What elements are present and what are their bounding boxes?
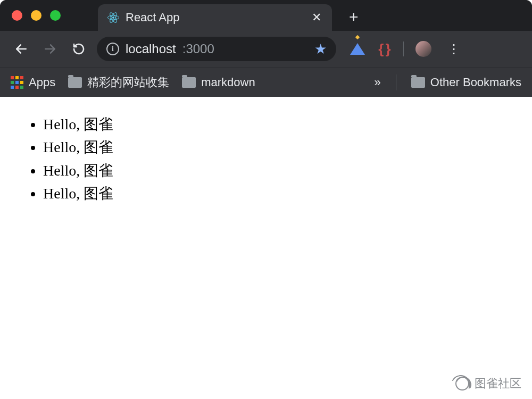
- close-window-icon[interactable]: [12, 10, 22, 21]
- close-tab-icon[interactable]: ✕: [309, 10, 325, 26]
- wechat-icon: [455, 377, 469, 390]
- watermark: 图雀社区: [455, 376, 521, 392]
- address-bar[interactable]: i localhost:3000 ★: [97, 37, 336, 61]
- folder-icon: [411, 77, 425, 88]
- url-port: :3000: [182, 41, 214, 56]
- back-button[interactable]: [11, 38, 32, 60]
- apps-grid-icon: [11, 76, 23, 89]
- page-content: Hello, 图雀 Hello, 图雀 Hello, 图雀 Hello, 图雀: [0, 97, 532, 221]
- extension-graduation-icon[interactable]: [350, 41, 365, 56]
- browser-chrome: React App ✕ + i localhost:3000 ★ { } ⋮: [0, 0, 532, 97]
- folder-icon: [182, 77, 196, 88]
- hello-list: Hello, 图雀 Hello, 图雀 Hello, 图雀 Hello, 图雀: [24, 113, 508, 205]
- list-item: Hello, 图雀: [43, 182, 508, 205]
- bookmark-label: 精彩的网站收集: [87, 74, 169, 90]
- title-bar: React App ✕ +: [0, 0, 532, 31]
- reload-button[interactable]: [68, 38, 89, 60]
- extension-icons: { } ⋮: [350, 41, 464, 57]
- window-controls: [12, 10, 61, 21]
- bookmark-star-icon[interactable]: ★: [314, 41, 327, 57]
- browser-tab[interactable]: React App ✕: [98, 4, 332, 31]
- separator: [403, 41, 404, 56]
- bookmark-label: markdown: [201, 76, 255, 89]
- bookmarks-overflow-button[interactable]: »: [375, 76, 381, 89]
- apps-label: Apps: [29, 76, 55, 89]
- watermark-text: 图雀社区: [475, 376, 521, 392]
- tab-title: React App: [126, 11, 302, 24]
- svg-point-0: [112, 16, 114, 19]
- folder-icon: [68, 77, 82, 88]
- other-bookmarks-label: Other Bookmarks: [430, 76, 521, 89]
- list-item: Hello, 图雀: [43, 159, 508, 182]
- forward-button[interactable]: [39, 38, 61, 60]
- other-bookmarks[interactable]: Other Bookmarks: [411, 76, 521, 89]
- new-tab-button[interactable]: +: [344, 7, 364, 27]
- extension-braces-icon[interactable]: { }: [377, 41, 392, 56]
- maximize-window-icon[interactable]: [50, 10, 61, 21]
- bookmark-folder[interactable]: markdown: [182, 76, 255, 89]
- minimize-window-icon[interactable]: [31, 10, 41, 21]
- reload-icon: [72, 43, 85, 55]
- list-item: Hello, 图雀: [43, 113, 508, 136]
- separator: [396, 74, 396, 90]
- arrow-left-icon: [14, 42, 28, 56]
- site-info-icon[interactable]: i: [106, 43, 119, 55]
- bookmark-folder[interactable]: 精彩的网站收集: [68, 74, 169, 90]
- arrow-right-icon: [43, 42, 57, 56]
- url-host: localhost: [126, 41, 176, 56]
- toolbar: i localhost:3000 ★ { } ⋮: [0, 31, 532, 67]
- list-item: Hello, 图雀: [43, 136, 508, 159]
- browser-menu-button[interactable]: ⋮: [443, 41, 464, 56]
- bookmarks-bar: Apps 精彩的网站收集 markdown » Other Bookmarks: [0, 67, 532, 97]
- profile-avatar[interactable]: [415, 41, 431, 57]
- apps-shortcut[interactable]: Apps: [11, 76, 55, 89]
- react-favicon-icon: [107, 12, 119, 23]
